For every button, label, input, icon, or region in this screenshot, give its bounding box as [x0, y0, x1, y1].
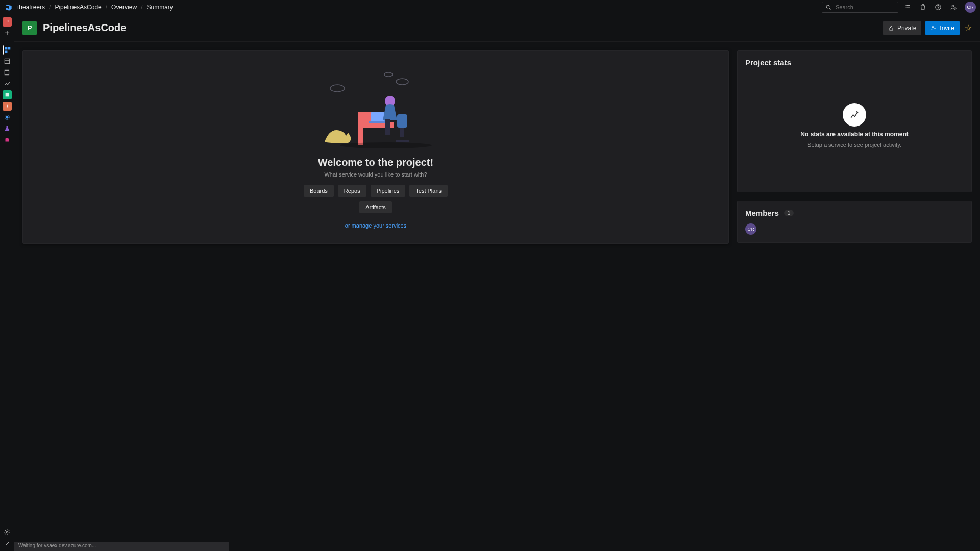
lock-icon [888, 25, 894, 31]
member-avatar[interactable]: CR [745, 223, 756, 235]
svg-rect-19 [890, 28, 893, 30]
visibility-button[interactable]: Private [883, 21, 921, 35]
visibility-label: Private [897, 24, 916, 32]
nav-extension-2-icon[interactable] [3, 102, 12, 111]
project-settings-icon[interactable] [3, 528, 12, 537]
user-settings-icon[interactable] [949, 3, 958, 11]
svg-rect-16 [5, 139, 9, 142]
breadcrumb-project[interactable]: PipelinesAsCode [55, 4, 101, 11]
search-input[interactable] [835, 4, 895, 11]
project-stats-card: Project stats No stats are available at … [737, 50, 972, 192]
stats-empty-hint: Setup a service to see project activity. [807, 142, 901, 148]
service-boards-button[interactable]: Boards [304, 185, 334, 197]
svg-rect-17 [6, 138, 8, 139]
svg-rect-31 [397, 114, 407, 128]
project-tile[interactable]: P [3, 17, 12, 27]
svg-rect-8 [5, 51, 7, 53]
svg-point-4 [952, 5, 954, 6]
svg-rect-25 [358, 128, 363, 145]
breadcrumb-section[interactable]: Overview [111, 4, 137, 11]
svg-point-21 [330, 85, 345, 92]
search-icon [825, 4, 831, 10]
svg-point-34 [340, 142, 432, 148]
project-stats-heading: Project stats [745, 58, 964, 67]
nav-extension-3-icon[interactable] [3, 113, 12, 122]
side-column: Project stats No stats are available at … [737, 50, 972, 543]
project-avatar: P [22, 21, 37, 35]
service-buttons-row-1: Boards Repos Pipelines Test Plans [304, 185, 448, 197]
welcome-illustration [309, 65, 442, 149]
manage-services-link[interactable]: or manage your services [345, 222, 406, 229]
svg-rect-27 [371, 112, 385, 121]
svg-point-23 [396, 79, 408, 85]
marketplace-icon[interactable] [919, 3, 927, 11]
welcome-title: Welcome to the project! [318, 157, 433, 168]
svg-rect-13 [5, 93, 9, 97]
service-artifacts-button[interactable]: Artifacts [359, 201, 392, 213]
svg-rect-6 [5, 47, 7, 50]
stats-empty-title: No stats are available at this moment [800, 131, 908, 138]
svg-rect-30 [385, 119, 390, 135]
browser-status-bar: Waiting for vsaex.dev.azure.com... [14, 542, 229, 551]
project-stats-body: No stats are available at this moment Se… [745, 67, 964, 184]
svg-rect-32 [400, 128, 404, 137]
service-testplans-button[interactable]: Test Plans [409, 185, 448, 197]
svg-rect-28 [369, 121, 387, 123]
svg-point-0 [826, 5, 829, 8]
top-icon-tray: CR [903, 2, 976, 13]
expand-rail-icon[interactable] [3, 539, 12, 548]
welcome-subtitle: What service would you like to start wit… [324, 171, 427, 178]
service-pipelines-button[interactable]: Pipelines [371, 185, 406, 197]
service-buttons-row-2: Artifacts [359, 201, 392, 213]
project-title: PipelinesAsCode [43, 22, 126, 34]
invite-label: Invite [940, 24, 954, 32]
breadcrumb-sep: / [49, 4, 51, 11]
breadcrumb-org[interactable]: theatreers [17, 4, 45, 11]
members-heading: Members [745, 209, 779, 217]
stats-chart-icon [843, 103, 866, 127]
svg-point-18 [6, 531, 8, 533]
favorite-star-icon[interactable]: ☆ [965, 23, 972, 33]
nav-extension-1-icon[interactable] [3, 90, 12, 99]
svg-point-22 [384, 72, 393, 77]
content-area: Welcome to the project! What service wou… [14, 42, 980, 551]
nav-artifacts-icon[interactable] [3, 135, 12, 144]
members-card: Members 1 CR [737, 201, 972, 243]
help-icon[interactable] [934, 3, 942, 11]
svg-rect-9 [5, 59, 9, 63]
search-box[interactable] [822, 2, 898, 13]
svg-point-20 [932, 26, 934, 28]
nav-overview-icon[interactable] [3, 45, 12, 55]
breadcrumb-sep: / [106, 4, 107, 11]
svg-point-14 [6, 116, 8, 119]
nav-pipelines-icon[interactable] [3, 79, 12, 88]
new-item-icon[interactable]: ＋ [3, 29, 11, 37]
svg-point-5 [954, 7, 957, 9]
service-repos-button[interactable]: Repos [338, 185, 366, 197]
svg-rect-7 [8, 47, 10, 50]
top-bar: theatreers / PipelinesAsCode / Overview … [0, 0, 980, 14]
nav-repos-icon[interactable] [3, 68, 12, 77]
nav-testplans-icon[interactable] [3, 124, 12, 133]
breadcrumb: theatreers / PipelinesAsCode / Overview … [17, 4, 173, 11]
work-items-icon[interactable] [903, 3, 912, 11]
members-count-badge: 1 [784, 210, 794, 216]
left-rail: P ＋ [0, 14, 14, 551]
azure-devops-logo-icon[interactable] [4, 3, 12, 11]
user-avatar[interactable]: CR [965, 2, 976, 13]
invite-icon [930, 25, 937, 31]
welcome-card: Welcome to the project! What service wou… [22, 50, 729, 244]
svg-point-3 [938, 8, 938, 9]
project-header: P PipelinesAsCode Private Invite ☆ [14, 14, 980, 42]
svg-rect-12 [5, 70, 9, 71]
svg-line-1 [829, 8, 831, 9]
invite-button[interactable]: Invite [925, 21, 960, 35]
breadcrumb-page[interactable]: Summary [146, 4, 173, 11]
rail-divider [4, 41, 11, 41]
nav-boards-icon[interactable] [3, 57, 12, 66]
breadcrumb-sep: / [141, 4, 142, 11]
